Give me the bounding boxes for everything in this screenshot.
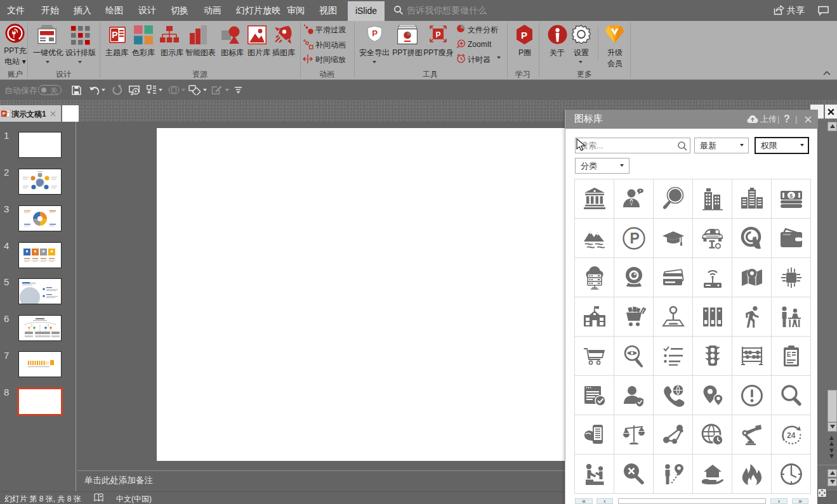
svg-text:$: $	[789, 192, 793, 198]
svg-text:P: P	[3, 111, 6, 117]
svg-text:P: P	[436, 30, 441, 39]
svg-text:24: 24	[787, 431, 796, 440]
svg-text:P: P	[112, 30, 117, 40]
svg-text:P: P	[629, 230, 639, 247]
svg-text:E: E	[787, 351, 791, 358]
svg-text:P: P	[372, 29, 378, 38]
svg-text:P: P	[521, 30, 527, 41]
svg-text:$: $	[624, 428, 628, 434]
